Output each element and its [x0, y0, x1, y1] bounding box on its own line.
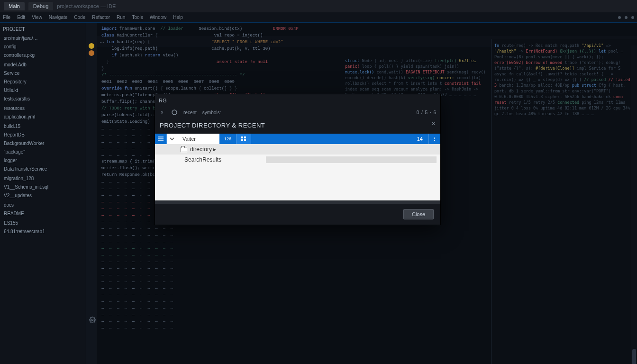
menu-tools[interactable]: Tools [132, 15, 143, 20]
sidebar-item[interactable]: resources [1, 104, 85, 113]
breakpoint-gutter[interactable] [86, 23, 97, 364]
editor-right-title: (Process & Session View) [580, 38, 634, 44]
dialog-toolbar: × recent symbols: 0 / 5 · 6 [155, 107, 440, 118]
menu-help[interactable]: Help [173, 15, 183, 20]
editor-tab-row: … (Process & Session View) [97, 36, 637, 46]
editor-tab[interactable]: … [100, 38, 104, 44]
close-icon[interactable]: × [159, 109, 165, 116]
sidebar-item[interactable]: migration_128 [1, 174, 85, 183]
chevron-down-icon[interactable] [167, 134, 178, 144]
sidebar-item[interactable]: V1__Schema_init.sql [1, 183, 85, 191]
sidebar-item[interactable]: "package" [1, 148, 85, 156]
svg-rect-3 [244, 136, 246, 138]
menu-refactor[interactable]: Refactor [92, 15, 110, 20]
sidebar-item[interactable]: README [1, 209, 85, 218]
dialog-result-count: 0 / 5 · 6 [417, 110, 437, 115]
sidebar-item[interactable]: Utils.kt [1, 86, 85, 95]
breakpoint-icon[interactable] [89, 43, 94, 49]
close-button[interactable]: Close [403, 209, 434, 219]
menu-view[interactable]: View [32, 15, 42, 20]
dialog-tabstrip: Vaiter 126 14 ⋮ [155, 134, 440, 144]
menu-file[interactable]: File [3, 15, 10, 20]
menu-code[interactable]: Code [74, 15, 85, 20]
breakpoint-icon[interactable] [89, 50, 94, 56]
sidebar-item[interactable]: V2__updates [1, 191, 85, 200]
vertical-scrollbar[interactable] [631, 46, 637, 364]
sidebar-item[interactable]: tests.sarsltis [1, 95, 85, 103]
dialog-tab-count: 126 [219, 134, 237, 144]
dialog-heading: PROJECT DIRECTORY & RECENT [155, 118, 440, 134]
menu-window[interactable]: Window [150, 15, 167, 20]
dialog-tab-name[interactable]: Vaiter [178, 134, 219, 144]
svg-point-1 [172, 110, 177, 115]
list-item-label: directory ▸ [190, 146, 216, 153]
list-item-meta-bar [266, 156, 437, 163]
sidebar-item[interactable]: 64.81:retrsescrrab1 [1, 228, 85, 236]
titlebar-tab-debug[interactable]: Debug [28, 2, 53, 10]
circle-icon [171, 109, 178, 116]
status-dot-icon [618, 16, 621, 19]
dialog-tool-symbols[interactable]: symbols: [202, 110, 221, 115]
sidebar-item[interactable]: Repository [1, 78, 85, 86]
status-dot-icon [625, 16, 628, 19]
window-title: project.workspace — IDE [57, 3, 116, 9]
sidebar-item[interactable]: src/main/java/… [1, 34, 85, 43]
sidebar-item[interactable]: ReportDB [1, 131, 85, 139]
dialog-result-list[interactable]: directory ▸ SearchResults [155, 144, 440, 200]
search-dialog: RG × recent symbols: 0 / 5 · 6 ✕ PROJECT… [155, 94, 441, 225]
hamburger-icon[interactable] [155, 134, 167, 144]
list-item-label: SearchResults [184, 156, 221, 163]
menu-navigate[interactable]: Navigate [49, 15, 67, 20]
list-item[interactable]: SearchResults [155, 155, 440, 165]
dialog-titlebar[interactable]: RG [155, 94, 440, 107]
svg-rect-5 [244, 139, 246, 141]
sidebar-item[interactable]: DataTransferService [1, 165, 85, 173]
menubar: File Edit View Navigate Code Refactor Ru… [0, 12, 637, 23]
os-titlebar: Main Debug project.workspace — IDE [0, 0, 637, 12]
dialog-prefix: RG [159, 98, 167, 103]
project-sidebar[interactable]: PROJECT src/main/java/… config controlle… [0, 23, 86, 364]
svg-rect-4 [241, 139, 243, 141]
list-item[interactable]: directory ▸ [155, 144, 440, 155]
sidebar-item[interactable]: config [1, 43, 85, 51]
gear-icon[interactable] [89, 317, 96, 323]
code-background-right: fn route(req) -> Res match req.path "/ap… [491, 39, 637, 364]
sidebar-header: PROJECT [1, 25, 85, 34]
dialog-footer: Close [155, 204, 440, 225]
sidebar-item[interactable]: build.15 [1, 122, 85, 131]
dialog-tool-recent[interactable]: recent [183, 110, 197, 115]
dialog-close-icon[interactable]: ✕ [430, 121, 437, 127]
more-vertical-icon[interactable]: ⋮ [429, 134, 440, 144]
svg-rect-2 [241, 136, 243, 138]
sidebar-item[interactable]: model.Adb [1, 61, 85, 69]
titlebar-tab-main[interactable]: Main [4, 2, 25, 10]
scrollbar-thumb[interactable] [632, 349, 636, 364]
status-dot-icon [631, 16, 634, 19]
dialog-tab-rnum: 14 [411, 134, 429, 144]
sidebar-item[interactable]: ES155 [1, 219, 85, 228]
sidebar-item[interactable]: Service [1, 69, 85, 78]
grid-icon[interactable] [237, 134, 251, 144]
folder-icon [181, 147, 187, 152]
sidebar-item[interactable]: application.yml [1, 113, 85, 121]
sidebar-item[interactable]: docs [1, 201, 85, 209]
sidebar-item[interactable]: logger [1, 156, 85, 165]
menu-edit[interactable]: Edit [17, 15, 25, 20]
dialog-divider [155, 200, 440, 204]
svg-point-0 [91, 319, 93, 321]
menu-run[interactable]: Run [117, 15, 125, 20]
sidebar-item[interactable]: controllers.pkg [1, 51, 85, 60]
sidebar-item[interactable]: BackgroundWorker [1, 139, 85, 148]
